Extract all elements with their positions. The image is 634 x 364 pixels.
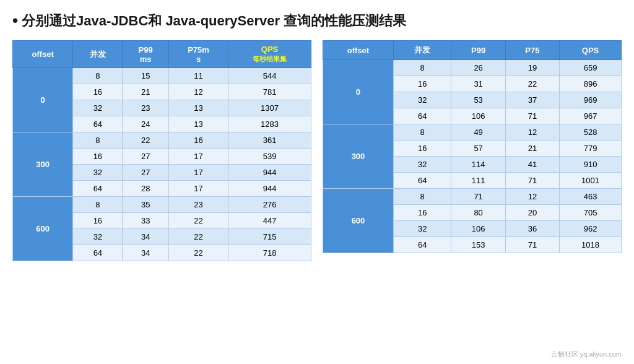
qps-cell: 967 [560,108,622,124]
p99-cell: 21 [123,84,169,100]
p75-cell: 71 [505,173,559,189]
p99-cell: 15 [123,68,169,84]
qps-cell: 779 [560,141,622,157]
concurrency-cell: 8 [73,197,123,213]
qps-cell: 944 [228,181,311,197]
table-row: 60083523276 [13,197,311,213]
concurrency-cell: 64 [73,245,123,261]
concurrency-cell: 8 [393,124,451,141]
p99-cell: 27 [123,149,169,165]
concurrency-cell: 64 [393,173,451,189]
concurrency-cell: 64 [393,108,451,124]
qps-cell: 544 [228,68,311,84]
qps-cell: 361 [228,132,311,149]
p99-cell: 22 [123,132,169,149]
p75-cell: 16 [168,132,228,149]
p75-cell: 71 [505,237,559,253]
concurrency-cell: 16 [73,213,123,229]
p75-cell: 22 [168,229,228,245]
p75-cell: 20 [505,205,559,221]
concurrency-cell: 32 [393,157,451,173]
table-row: 60087112463 [323,189,622,205]
p75-cell: 19 [505,60,559,76]
qps-cell: 659 [560,60,622,76]
qps-cell: 1001 [560,173,622,189]
concurrency-cell: 16 [393,141,451,157]
qps-cell: 718 [228,245,311,261]
concurrency-cell: 8 [73,68,123,84]
concurrency-cell: 32 [73,229,123,245]
qps-cell: 962 [560,221,622,237]
table1-header-qps: QPS每秒结果集 [228,41,311,68]
page-title: • 分别通过Java-JDBC和 Java-queryServer 查询的性能压… [12,11,622,30]
qps-cell: 944 [228,165,311,181]
concurrency-cell: 8 [393,60,451,76]
qps-cell: 1018 [560,237,622,253]
p99-cell: 26 [451,60,505,76]
table2-header-concurrency: 并发 [393,41,451,60]
qps-cell: 539 [228,149,311,165]
title-text: 分别通过Java-JDBC和 Java-queryServer 查询的性能压测结… [22,12,406,30]
p99-cell: 106 [451,108,505,124]
table1-wrapper: offset 并发 P99ms P75ms QPS每秒结果集 081511544… [12,40,311,261]
concurrency-cell: 16 [393,205,451,221]
qps-cell: 447 [228,213,311,229]
table1-header-p99: P99ms [123,41,169,68]
p75-cell: 12 [168,84,228,100]
offset-cell: 600 [323,189,394,253]
concurrency-cell: 64 [73,181,123,197]
table2-wrapper: offset 并发 P99 P75 QPS 082619659163122896… [323,40,622,253]
p75-cell: 22 [168,245,228,261]
p75-cell: 17 [168,165,228,181]
p75-cell: 71 [505,108,559,124]
concurrency-cell: 16 [73,84,123,100]
p75-cell: 37 [505,92,559,108]
p99-cell: 80 [451,205,505,221]
qps-cell: 910 [560,157,622,173]
concurrency-cell: 32 [393,221,451,237]
p75-cell: 22 [168,213,228,229]
concurrency-cell: 64 [73,116,123,132]
table-row: 30082216361 [13,132,311,149]
table-row: 30084912528 [323,124,622,141]
p75-cell: 22 [505,76,559,92]
concurrency-cell: 32 [393,92,451,108]
table2-header-p75: P75 [505,41,559,60]
p99-cell: 23 [123,100,169,116]
p75-cell: 21 [505,141,559,157]
p99-cell: 57 [451,141,505,157]
p75-cell: 17 [168,181,228,197]
p99-cell: 33 [123,213,169,229]
concurrency-cell: 16 [73,149,123,165]
p75-cell: 36 [505,221,559,237]
title-bullet: • [12,11,18,30]
table2-header-p99: P99 [451,41,505,60]
p99-cell: 35 [123,197,169,213]
table1: offset 并发 P99ms P75ms QPS每秒结果集 081511544… [12,40,311,261]
table1-header-concurrency: 并发 [73,41,123,68]
p99-cell: 71 [451,189,505,205]
qps-cell: 969 [560,92,622,108]
watermark: 云栖社区 yq.aliyun.com [551,350,622,359]
p99-cell: 28 [123,181,169,197]
offset-cell: 300 [323,124,394,189]
offset-cell: 0 [13,68,73,132]
concurrency-cell: 64 [393,237,451,253]
p75-cell: 12 [505,124,559,141]
p99-cell: 24 [123,116,169,132]
p75-cell: 23 [168,197,228,213]
p99-cell: 27 [123,165,169,181]
table2-header-offset: offset [323,41,394,60]
tables-container: offset 并发 P99ms P75ms QPS每秒结果集 081511544… [12,40,622,261]
concurrency-cell: 8 [73,132,123,149]
concurrency-cell: 32 [73,165,123,181]
qps-cell: 715 [228,229,311,245]
qps-cell: 528 [560,124,622,141]
qps-cell: 463 [560,189,622,205]
offset-cell: 600 [13,197,73,261]
p99-cell: 106 [451,221,505,237]
offset-cell: 300 [13,132,73,197]
p75-cell: 11 [168,68,228,84]
p99-cell: 34 [123,229,169,245]
table-row: 081511544 [13,68,311,84]
